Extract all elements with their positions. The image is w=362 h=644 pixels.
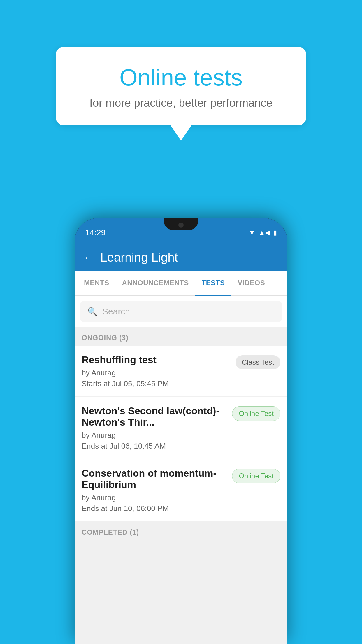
app-title: Learning Light [100,251,178,265]
front-camera [178,223,184,228]
badge-reshuffling: Class Test [236,355,280,369]
test-name-reshuffling: Reshuffling test [82,354,230,365]
ongoing-section-label: ONGOING (3) [75,327,287,346]
speech-bubble-container: Online tests for more practice, better p… [56,47,306,125]
time-value-newtons: Jul 06, 10:45 AM [109,442,166,450]
back-button[interactable]: ← [83,252,93,263]
time-label-conservation: Ends at [82,504,107,513]
tab-bar: MENTS ANNOUNCEMENTS TESTS VIDEOS [75,271,287,296]
time-label-reshuffling: Starts at [82,379,110,388]
battery-icon: ▮ [273,229,277,237]
test-item-newtons[interactable]: Newton's Second law(contd)-Newton's Thir… [75,397,287,459]
test-item-conservation[interactable]: Conservation of momentum-Equilibrium by … [75,459,287,521]
test-name-newtons: Newton's Second law(contd)-Newton's Thir… [82,405,226,428]
search-placeholder: Search [102,307,130,316]
phone-frame: 14:29 ▼ ▲◀ ▮ ← Learning Light MENTS ANNO… [75,218,287,644]
status-icons: ▼ ▲◀ ▮ [249,229,277,237]
status-time: 14:29 [85,228,106,237]
tab-videos[interactable]: VIDEOS [231,271,272,296]
completed-section-label: COMPLETED (1) [75,522,287,540]
tab-tests[interactable]: TESTS [195,271,231,296]
test-time-reshuffling: Starts at Jul 05, 05:45 PM [82,379,230,388]
app-header: ← Learning Light [75,244,287,271]
test-item-reshuffling[interactable]: Reshuffling test by Anurag Starts at Jul… [75,346,287,396]
wifi-icon: ▼ [249,229,255,237]
test-time-newtons: Ends at Jul 06, 10:45 AM [82,442,226,451]
test-info-reshuffling: Reshuffling test by Anurag Starts at Jul… [82,354,236,388]
test-name-conservation: Conservation of momentum-Equilibrium [82,468,226,490]
search-bar[interactable]: 🔍 Search [80,301,282,322]
speech-bubble: Online tests for more practice, better p… [56,47,306,125]
phone-screen: MENTS ANNOUNCEMENTS TESTS VIDEOS 🔍 Searc… [75,271,287,644]
notch [164,218,198,230]
test-author-newtons: by Anurag [82,431,226,440]
badge-newtons: Online Test [232,406,280,421]
time-label-newtons: Ends at [82,442,107,450]
bubble-subtitle: for more practice, better performance [76,97,286,109]
bubble-title: Online tests [76,64,286,91]
status-bar: 14:29 ▼ ▲◀ ▮ [75,218,287,244]
search-container: 🔍 Search [75,296,287,327]
time-value-reshuffling: Jul 05, 05:45 PM [112,379,169,388]
tab-ments[interactable]: MENTS [78,271,116,296]
search-icon: 🔍 [87,307,98,316]
test-info-conservation: Conservation of momentum-Equilibrium by … [82,468,232,513]
badge-conservation: Online Test [232,469,280,483]
test-author-reshuffling: by Anurag [82,368,230,377]
signal-icon: ▲◀ [259,229,270,237]
test-time-conservation: Ends at Jun 10, 06:00 PM [82,504,226,513]
test-author-conservation: by Anurag [82,493,226,502]
tab-announcements[interactable]: ANNOUNCEMENTS [116,271,195,296]
time-value-conservation: Jun 10, 06:00 PM [109,504,169,513]
test-info-newtons: Newton's Second law(contd)-Newton's Thir… [82,405,232,451]
